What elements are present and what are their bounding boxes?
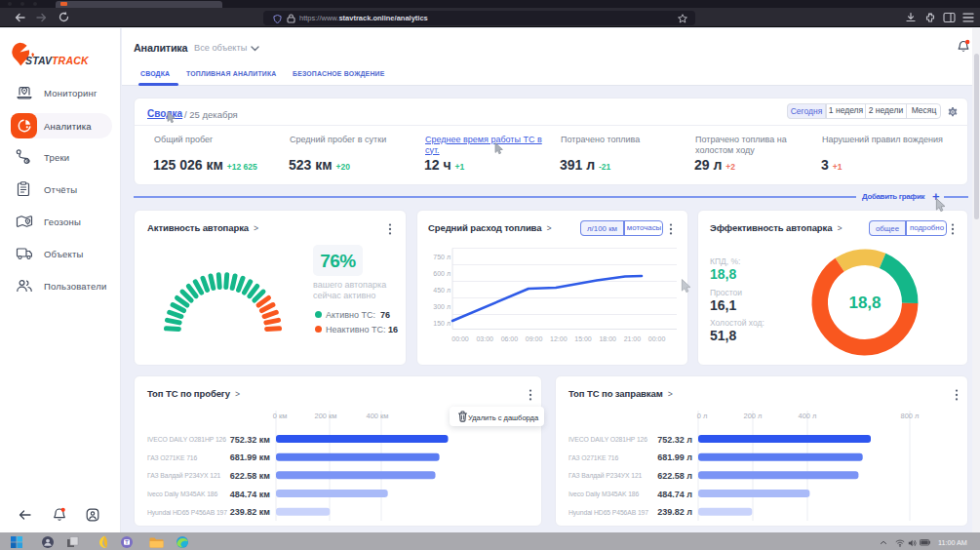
svg-text:06:00: 06:00 — [501, 335, 519, 342]
svg-text:0 л: 0 л — [697, 412, 708, 420]
svg-text:12:00: 12:00 — [550, 335, 568, 342]
svg-text:300 л: 300 л — [433, 303, 451, 310]
svg-text:239.82 л: 239.82 л — [657, 507, 692, 517]
svg-text:18,8: 18,8 — [848, 294, 881, 312]
svg-text:Iveco Daily M345AK 186: Iveco Daily M345AK 186 — [568, 491, 640, 498]
svg-text:239.82 км: 239.82 км — [230, 507, 271, 517]
svg-text:ГАЗ O271KE 716: ГАЗ O271KE 716 — [147, 454, 198, 461]
svg-text:21:00: 21:00 — [624, 335, 642, 342]
svg-text:TRACK: TRACK — [52, 55, 90, 66]
svg-text:Hyundai HD65 P456AB 197: Hyundai HD65 P456AB 197 — [568, 509, 648, 517]
svg-text:600 л: 600 л — [433, 270, 451, 277]
svg-text:03:00: 03:00 — [476, 335, 493, 342]
svg-text:800 л: 800 л — [901, 412, 920, 420]
svg-text:00:00: 00:00 — [451, 335, 469, 342]
svg-text:681.99 л: 681.99 л — [657, 452, 692, 462]
svg-text:IVECO DAILY O281HP 126: IVECO DAILY O281HP 126 — [568, 436, 647, 443]
svg-text:15:00: 15:00 — [574, 335, 592, 342]
svg-text:400 л: 400 л — [799, 412, 817, 420]
svg-text:Hyundai HD65 P456AB 197: Hyundai HD65 P456AB 197 — [147, 509, 227, 517]
svg-text:484.74 км: 484.74 км — [230, 490, 271, 499]
svg-text:00:00: 00:00 — [648, 335, 666, 342]
svg-text:752.32 км: 752.32 км — [230, 435, 271, 445]
svg-text:622.58 л: 622.58 л — [657, 471, 692, 481]
svg-text:622.58 км: 622.58 км — [230, 471, 271, 481]
svg-text:400 км: 400 км — [366, 412, 388, 420]
svg-text:450 л: 450 л — [433, 287, 451, 294]
svg-text:681.99 км: 681.99 км — [230, 452, 271, 462]
svg-text:Iveco Daily M345AK 186: Iveco Daily M345AK 186 — [147, 491, 218, 498]
svg-text:STAV: STAV — [25, 55, 53, 66]
svg-text:752.32 л: 752.32 л — [657, 435, 692, 445]
svg-text:ГАЗ Валдай P234УХ 121: ГАЗ Валдай P234УХ 121 — [568, 472, 643, 480]
svg-text:IVECO DAILY O281HP 126: IVECO DAILY O281HP 126 — [147, 436, 226, 443]
svg-text:ГАЗ O271KE 716: ГАЗ O271KE 716 — [568, 454, 619, 461]
svg-text:09:00: 09:00 — [526, 335, 543, 342]
svg-text:200 км: 200 км — [314, 412, 336, 420]
svg-text:750 л: 750 л — [433, 254, 451, 260]
svg-text:0 км: 0 км — [273, 412, 288, 420]
svg-text:200 л: 200 л — [744, 412, 763, 420]
svg-text:18:00: 18:00 — [599, 335, 616, 342]
svg-text:ГАЗ Валдай P234УХ 121: ГАЗ Валдай P234УХ 121 — [147, 472, 221, 480]
svg-text:484.74 л: 484.74 л — [657, 490, 692, 499]
svg-text:150 л: 150 л — [433, 320, 451, 327]
